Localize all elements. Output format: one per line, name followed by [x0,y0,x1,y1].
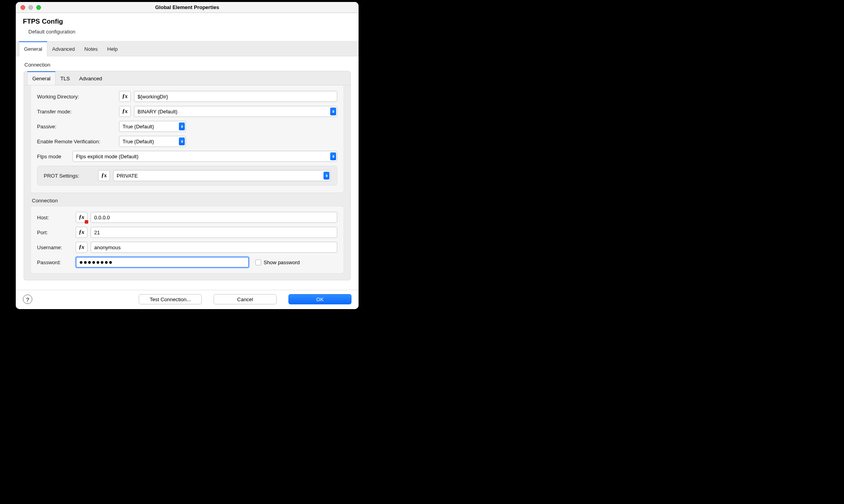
fx-button-working-directory[interactable]: ƒx [119,91,131,102]
dropdown-stepper-icon [179,137,185,145]
dialog-header: FTPS Config Default configuration [16,13,359,41]
content-area: Connection General TLS Advanced Working … [16,56,359,290]
error-marker-icon [85,220,88,224]
inner-tab-advanced[interactable]: Advanced [74,71,107,85]
tab-notes[interactable]: Notes [80,41,102,56]
prot-settings-select[interactable]: PRIVATE [113,170,331,181]
inner-tab-general[interactable]: General [27,71,56,85]
passive-value: True (Default) [123,124,154,130]
inner-tab-content: Working Directory: ƒx Transfer mode: ƒx … [30,85,344,193]
port-label: Port: [37,230,73,235]
section-connection-top-label: Connection [24,62,351,68]
fx-button-transfer-mode[interactable]: ƒx [119,106,131,117]
connection-subsection-label: Connection [32,198,350,204]
tab-help[interactable]: Help [102,41,123,56]
prot-settings-group: PROT Settings: ƒx PRIVATE [37,166,337,185]
fx-button-prot[interactable]: ƒx [98,170,110,181]
dropdown-stepper-icon [330,107,336,115]
working-directory-input[interactable] [134,91,337,102]
username-label: Username: [37,245,73,250]
dialog-footer: ? Test Connection... Cancel OK [16,290,359,309]
fx-button-host[interactable]: ƒx [76,212,87,223]
dialog-window: Global Element Properties FTPS Config De… [16,2,359,309]
dropdown-stepper-icon [323,172,329,180]
transfer-mode-value: BINARY (Default) [138,109,177,115]
dropdown-stepper-icon [330,152,336,160]
username-input[interactable] [91,242,337,253]
tab-advanced[interactable]: Advanced [47,41,80,56]
connection-panel: General TLS Advanced Working Directory: … [24,71,351,280]
fx-button-username[interactable]: ƒx [76,242,87,253]
ftps-mode-value: Ftps explicit mode (Default) [76,154,138,159]
close-window-button[interactable] [20,5,25,10]
connection-credentials-group: Host: ƒx Port: ƒx Username: ƒx Password: [30,206,344,274]
tab-general[interactable]: General [19,41,47,56]
working-directory-label: Working Directory: [37,94,116,100]
window-title: Global Element Properties [16,4,359,10]
ftps-mode-select[interactable]: Ftps explicit mode (Default) [73,151,337,162]
help-icon[interactable]: ? [23,295,32,304]
fx-button-port[interactable]: ƒx [76,227,87,238]
ftps-mode-label: Ftps mode [37,154,69,159]
remote-verification-label: Enable Remote Verification: [37,139,116,145]
transfer-mode-label: Transfer mode: [37,109,116,115]
password-label: Password: [37,259,73,265]
password-input[interactable] [76,257,249,268]
minimize-window-button[interactable] [28,5,33,10]
prot-settings-label: PROT Settings: [44,173,95,179]
ok-button[interactable]: OK [288,294,351,304]
show-password-label: Show password [264,259,300,265]
port-input[interactable] [91,227,337,238]
passive-select[interactable]: True (Default) [119,121,186,132]
outer-tabbar: General Advanced Notes Help [16,41,359,56]
config-subtitle: Default configuration [23,29,351,35]
show-password-checkbox[interactable] [255,259,261,265]
prot-settings-value: PRIVATE [117,173,138,179]
config-title: FTPS Config [23,18,351,26]
inner-tabbar: General TLS Advanced [24,71,350,85]
titlebar: Global Element Properties [16,2,359,13]
remote-verification-value: True (Default) [123,139,154,145]
zoom-window-button[interactable] [36,5,41,10]
cancel-button[interactable]: Cancel [214,294,277,304]
test-connection-button[interactable]: Test Connection... [139,294,202,304]
passive-label: Passive: [37,124,116,130]
inner-tab-tls[interactable]: TLS [56,71,74,85]
dropdown-stepper-icon [179,122,185,130]
host-input[interactable] [91,212,337,223]
remote-verification-select[interactable]: True (Default) [119,136,186,147]
transfer-mode-select[interactable]: BINARY (Default) [134,106,337,117]
host-label: Host: [37,215,73,220]
